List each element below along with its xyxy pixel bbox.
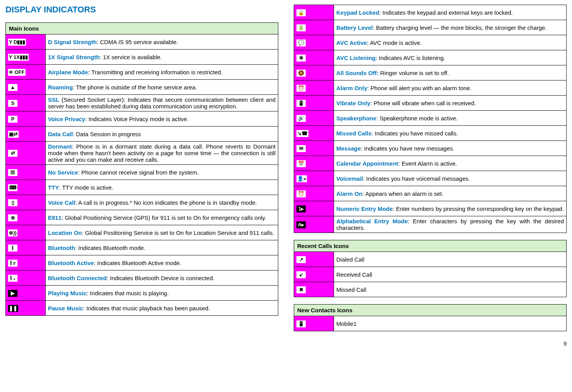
main-rows-1: Y D▮▮▮D Signal Strength: CDMA IS 95 serv… xyxy=(6,34,278,316)
description-cell: Bluetooth: Indicates Bluetooth mode. xyxy=(46,240,278,255)
term-label: Vibrate Only xyxy=(336,100,370,106)
icon-cell: ᛒ◂ xyxy=(6,270,46,286)
description-cell: Alarm Only: Phone will alert you with an… xyxy=(334,80,567,96)
icon-cell: ⇄ xyxy=(6,142,46,165)
icon-cell: 🔒 xyxy=(294,5,334,20)
icon-cell: ▶ xyxy=(6,286,46,301)
icon-cell: ⊕ xyxy=(6,210,46,225)
description-cell: Received Call xyxy=(334,267,567,282)
term-label: Calendar Appointment xyxy=(336,160,398,167)
term-label: Keypad Locked xyxy=(336,9,379,16)
description-cell: Data Call: Data Session in progress xyxy=(46,127,278,142)
description-cell: Message: Indicates you have new messages… xyxy=(334,141,567,156)
indicator-icon: ⌨ xyxy=(8,184,17,191)
description-cell: All Sounds Off: Ringer volume is set to … xyxy=(334,65,567,80)
icon-cell: P xyxy=(6,111,46,127)
indicator-icon: ❚❚ xyxy=(8,305,18,312)
icon-cell: ⏰ xyxy=(294,186,334,201)
term-label: Bluetooth Connected xyxy=(48,275,107,281)
indicator-icon: ✈ OFF xyxy=(8,69,26,76)
indicator-icon: ᛒ◂ xyxy=(8,275,17,282)
indicator-icon: ⏰ xyxy=(296,190,306,197)
main-icons-continued-table: 🔒Keypad Locked: Indicates the keypad and… xyxy=(294,5,567,233)
icon-cell: ↗ xyxy=(294,252,334,267)
indicator-icon: ☒ xyxy=(8,169,17,176)
description-cell: Voicemail: Indicates you have voicemail … xyxy=(334,171,567,186)
indicator-icon: ▲ xyxy=(8,84,17,91)
description-cell: Location On: Global Positioning Service … xyxy=(46,225,278,240)
term-label: Dormant xyxy=(48,143,72,150)
indicator-icon: 📳 xyxy=(296,100,306,107)
indicator-icon: ▯ xyxy=(8,199,17,206)
term-label: Alarm Only xyxy=(336,85,367,91)
indicator-icon: ⏰ xyxy=(296,85,306,92)
term-label: Speakerphone xyxy=(336,115,376,122)
indicator-icon: 🔒 xyxy=(296,9,306,16)
term-label: Alarm On xyxy=(336,190,363,197)
term-label: Airplane Mode: xyxy=(48,69,90,75)
description-cell: Numeric Entry Mode: Enter numbers by pre… xyxy=(334,201,567,216)
description-cell: Airplane Mode: Transmitting and receivin… xyxy=(46,65,278,80)
term-label: Voice Privacy xyxy=(48,116,85,122)
description-cell: AVC Listening: Indicates AVC is listenin… xyxy=(334,50,567,65)
indicator-icon: P xyxy=(8,116,17,123)
description-cell: Voice Privacy: Indicates Voice Privacy m… xyxy=(46,111,278,127)
indicator-icon: 1▸ xyxy=(296,205,306,212)
page-number: 9 xyxy=(5,338,567,347)
main-icons-header: Main Icons xyxy=(6,23,278,34)
indicator-icon: ↗ xyxy=(296,256,306,263)
term-label: Numeric Entry Mode xyxy=(336,205,393,212)
description-cell: SSL (Secured Socket Layer): Indicates th… xyxy=(46,95,278,111)
term-label: D Signal Strength xyxy=(48,39,97,45)
left-column: DISPLAY INDICATORS Main Icons Y D▮▮▮D Si… xyxy=(5,5,278,338)
new-contacts-header: New Contacts Icons xyxy=(294,305,567,316)
description-cell: Missed Calls: Indicates you have missed … xyxy=(334,126,567,141)
term-label: Pause Music xyxy=(48,305,83,312)
description-cell: 1X Signal Strength: 1X service is availa… xyxy=(46,50,278,65)
description-cell: Voice Call: A call is in progress.* No i… xyxy=(46,195,278,210)
indicator-icon: ✖ xyxy=(296,286,306,293)
term-label: Missed Calls xyxy=(336,130,372,137)
term-label: Location On xyxy=(48,229,82,236)
icon-cell: ☒ xyxy=(6,165,46,180)
term-label: AVC Active xyxy=(336,39,367,46)
description-cell: Keypad Locked: Indicates the keypad and … xyxy=(334,5,567,20)
indicator-icon: ᛒ xyxy=(8,245,17,252)
term-label: Bluetooth Active xyxy=(48,260,94,266)
contacts-rows: 📱Mobile1 xyxy=(294,316,567,331)
description-cell: Mobile1 xyxy=(334,316,567,331)
indicator-icon: ↙ xyxy=(296,271,306,278)
icon-cell: 🔋 xyxy=(294,20,334,35)
description-cell: Playing Music: Indicates that music is p… xyxy=(46,286,278,301)
icon-cell: 1▸ xyxy=(294,201,334,216)
indicator-icon: S xyxy=(8,100,17,107)
recent-calls-header: Recent Calls Icons xyxy=(294,240,567,252)
icon-cell: ✻ xyxy=(294,50,334,65)
main-icons-table: Main Icons Y D▮▮▮D Signal Strength: CDMA… xyxy=(5,22,278,316)
right-column: 🔒Keypad Locked: Indicates the keypad and… xyxy=(294,5,567,338)
indicator-icon: 🔊 xyxy=(296,115,306,122)
main-rows-2: 🔒Keypad Locked: Indicates the keypad and… xyxy=(294,5,567,233)
icon-cell: ❚❚ xyxy=(6,301,46,316)
term-label: No Service xyxy=(48,169,78,176)
description-cell: Calendar Appointment: Event Alarm is act… xyxy=(334,156,567,171)
icon-cell: ▲ xyxy=(6,80,46,95)
indicator-icon: ✻ xyxy=(296,55,306,62)
icon-cell: ✖ xyxy=(294,282,334,297)
description-cell: No Service: Phone cannot receive signal … xyxy=(46,165,278,180)
description-cell: Pause Music: Indicates that music playba… xyxy=(46,301,278,316)
description-cell: E911: Global Positioning Service (GPS) f… xyxy=(46,210,278,225)
indicator-icon: 💬 xyxy=(296,39,306,46)
recent-calls-table: Recent Calls Icons ↗Dialed Call↙Received… xyxy=(294,240,567,297)
recent-rows: ↗Dialed Call↙Received Call✖Missed Call xyxy=(294,252,567,297)
icon-cell: S xyxy=(6,95,46,111)
icon-cell: 👤» xyxy=(294,171,334,186)
description-cell: Dormant: Phone is in a dormant state dur… xyxy=(46,142,278,165)
icon-cell: ᛒ⇄ xyxy=(6,255,46,270)
icon-cell: 📅 xyxy=(294,156,334,171)
icon-cell: ⏰ xyxy=(294,80,334,96)
icon-cell: ▣⇄ xyxy=(6,127,46,142)
icon-cell: 🔕 xyxy=(294,65,334,80)
term-label: Bluetooth xyxy=(48,245,75,251)
description-cell: Roaming: The phone is outside of the hom… xyxy=(46,80,278,95)
